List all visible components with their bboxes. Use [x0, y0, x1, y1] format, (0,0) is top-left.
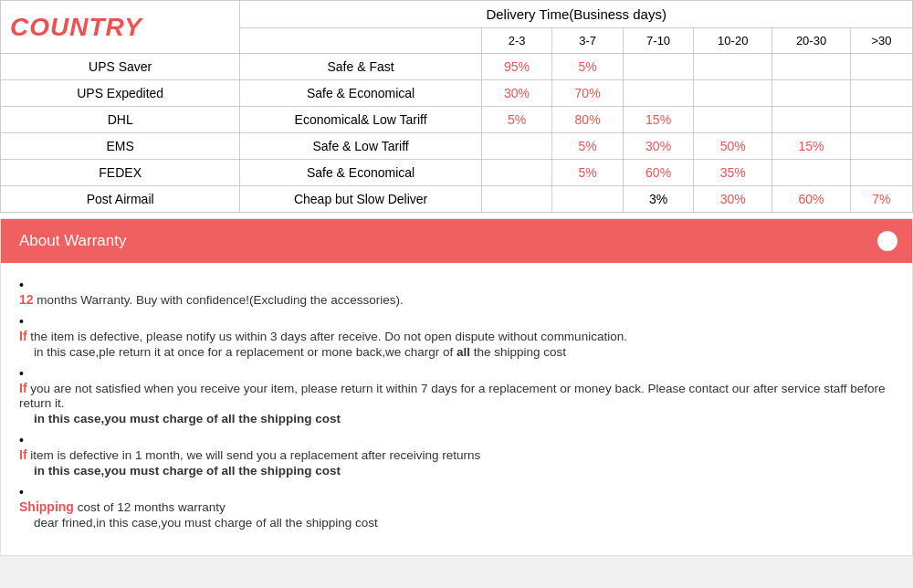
- value-cell: 15%: [772, 133, 851, 160]
- value-cell: 3%: [623, 186, 694, 213]
- warranty-indent-line: in this case,ple return it at once for a…: [34, 345, 894, 359]
- service-name-cell: DHL: [1, 107, 240, 133]
- value-cell: [481, 160, 552, 186]
- warranty-indent-line: in this case,you must charge of all the …: [34, 412, 894, 425]
- value-cell: 5%: [552, 54, 624, 80]
- warranty-highlight: If: [19, 329, 27, 343]
- warranty-item: •12 months Warranty. Buy with confidence…: [19, 278, 894, 307]
- col-header-3-7: 3-7: [552, 28, 624, 54]
- value-cell: [850, 54, 912, 80]
- col-header-7-10: 7-10: [623, 28, 694, 54]
- warranty-item-content: 12 months Warranty. Buy with confidence!…: [19, 292, 894, 307]
- bullet-icon: •: [19, 485, 24, 499]
- table-row: UPS SaverSafe & Fast95%5%: [1, 54, 913, 80]
- table-row: FEDEXSafe & Economical5%60%35%: [1, 160, 913, 186]
- country-title: COUNTRY: [10, 13, 142, 41]
- bullet-icon: •: [19, 366, 24, 381]
- delivery-table: COUNTRY Delivery Time(Business days) 2-3…: [0, 0, 913, 213]
- value-cell: [694, 54, 772, 80]
- service-name-cell: UPS Saver: [1, 54, 240, 80]
- value-cell: 5%: [552, 160, 624, 186]
- warranty-item: •If you are not satisfied when you recei…: [19, 366, 894, 425]
- col-header-2-3: 2-3: [481, 28, 552, 54]
- warranty-title: About Warranty: [19, 232, 126, 249]
- warranty-item-content: If you are not satisfied when you receiv…: [19, 381, 894, 425]
- table-row: Post AirmailCheap but Slow Deliver3%30%6…: [1, 186, 913, 213]
- warranty-highlight: Shipping: [19, 499, 74, 514]
- warranty-indent-line: dear frined,in this case,you must charge…: [34, 516, 894, 530]
- warranty-main-line: If item is defective in 1 month, we will…: [19, 447, 894, 462]
- value-cell: 7%: [850, 186, 912, 213]
- description-cell: Cheap but Slow Deliver: [240, 186, 481, 213]
- warranty-indent-bold: in this case,you must charge of all the …: [34, 412, 341, 425]
- service-name-cell: UPS Expedited: [1, 80, 240, 107]
- warranty-main-line: 12 months Warranty. Buy with confidence!…: [19, 292, 894, 307]
- table-row: DHLEconomical& Low Tariff5%80%15%: [1, 107, 913, 133]
- warranty-item: •Shipping cost of 12 months warrantydear…: [19, 485, 894, 530]
- warranty-circle-icon: [877, 231, 897, 251]
- bullet-icon: •: [19, 278, 24, 292]
- value-cell: [850, 80, 912, 107]
- col-header-gt30: >30: [850, 28, 912, 54]
- value-cell: 50%: [694, 133, 772, 160]
- table-row: UPS ExpeditedSafe & Economical30%70%: [1, 80, 913, 107]
- warranty-main-line: If the item is defective, please notify …: [19, 329, 894, 343]
- value-cell: 30%: [481, 80, 552, 107]
- warranty-item: •If the item is defective, please notify…: [19, 314, 894, 359]
- warranty-text: you are not satisfied when you receive y…: [19, 382, 886, 410]
- service-name-cell: EMS: [1, 133, 240, 160]
- value-cell: [850, 160, 912, 186]
- service-name-cell: FEDEX: [1, 160, 240, 186]
- col-header-10-20: 10-20: [694, 28, 772, 54]
- value-cell: [623, 80, 694, 107]
- description-cell: Safe & Fast: [240, 54, 481, 80]
- value-cell: [772, 160, 851, 186]
- value-cell: [552, 186, 624, 213]
- table-row: EMSSafe & Low Tariff5%30%50%15%: [1, 133, 913, 160]
- value-cell: [481, 133, 552, 160]
- warranty-text: cost of 12 months warranty: [74, 500, 226, 514]
- value-cell: 5%: [552, 133, 624, 160]
- country-header-cell: COUNTRY: [1, 1, 240, 54]
- warranty-header: About Warranty: [1, 219, 912, 263]
- description-cell: Safe & Economical: [240, 80, 481, 107]
- value-cell: 30%: [623, 133, 694, 160]
- value-cell: [772, 107, 851, 133]
- warranty-highlight: If: [19, 447, 27, 462]
- warranty-item-content: If the item is defective, please notify …: [19, 329, 894, 359]
- value-cell: 70%: [552, 80, 624, 107]
- service-name-cell: Post Airmail: [1, 186, 240, 213]
- warranty-text: the item is defective, please notify us …: [27, 330, 627, 343]
- warranty-item: •If item is defective in 1 month, we wil…: [19, 433, 894, 478]
- value-cell: 60%: [623, 160, 694, 186]
- value-cell: 60%: [772, 186, 851, 213]
- value-cell: 15%: [623, 107, 694, 133]
- bullet-icon: •: [19, 314, 24, 329]
- value-cell: [481, 186, 552, 213]
- warranty-section: About Warranty •12 months Warranty. Buy …: [0, 218, 913, 556]
- warranty-text: item is defective in 1 month, we will se…: [27, 448, 481, 462]
- warranty-body: •12 months Warranty. Buy with confidence…: [1, 263, 912, 555]
- warranty-highlight: If: [19, 381, 27, 395]
- value-cell: [694, 80, 772, 107]
- warranty-main-line: If you are not satisfied when you receiv…: [19, 381, 894, 410]
- bullet-icon: •: [19, 433, 24, 447]
- value-cell: 5%: [481, 107, 552, 133]
- value-cell: 35%: [694, 160, 772, 186]
- description-cell: Economical& Low Tariff: [240, 107, 481, 133]
- value-cell: [850, 107, 912, 133]
- value-cell: [772, 80, 851, 107]
- main-container: COUNTRY Delivery Time(Business days) 2-3…: [0, 0, 913, 556]
- warranty-item-content: Shipping cost of 12 months warrantydear …: [19, 499, 894, 530]
- description-cell: Safe & Low Tariff: [240, 133, 481, 160]
- value-cell: [772, 54, 851, 80]
- warranty-item-content: If item is defective in 1 month, we will…: [19, 447, 894, 478]
- value-cell: 95%: [481, 54, 552, 80]
- warranty-indent-line: in this case,you must charge of all the …: [34, 464, 894, 478]
- value-cell: [694, 107, 772, 133]
- description-cell: Safe & Economical: [240, 160, 481, 186]
- warranty-text: months Warranty. Buy with confidence!(Ex…: [34, 293, 404, 307]
- value-cell: 80%: [552, 107, 624, 133]
- value-cell: [623, 54, 694, 80]
- warranty-main-line: Shipping cost of 12 months warranty: [19, 499, 894, 514]
